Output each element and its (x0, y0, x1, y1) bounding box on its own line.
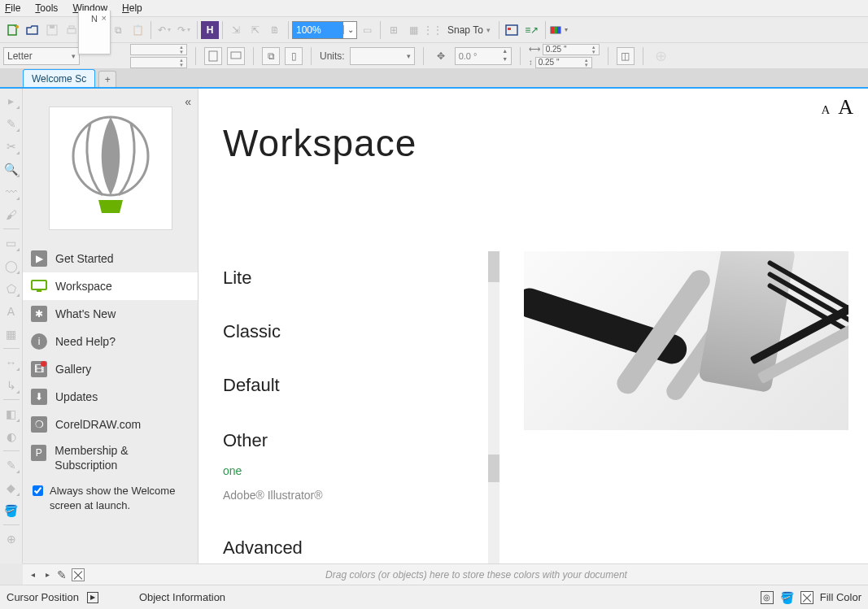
svg-rect-10 (554, 27, 557, 33)
smart-fill-tool[interactable]: 🪣 (2, 502, 20, 520)
svg-rect-5 (69, 26, 74, 28)
landscape-button[interactable] (227, 47, 245, 65)
redo-button[interactable]: ↷ (174, 20, 194, 40)
rectangle-tool[interactable]: ▭ (2, 234, 20, 252)
polygon-tool[interactable]: ⬠ (2, 280, 20, 298)
always-show-checkbox[interactable] (33, 485, 43, 496)
page-size-combo[interactable]: Letter ▾ (3, 47, 80, 65)
document-tab-bar: Welcome Sc + (0, 69, 868, 89)
nav-coreldraw-com[interactable]: ❍ CorelDRAW.com (23, 411, 198, 438)
show-guides-button[interactable]: ⋮⋮ (423, 20, 443, 40)
nudge-distance-field[interactable]: 0.0 °▲▼ (455, 47, 512, 65)
page-height-field[interactable]: ▲▼ (130, 57, 187, 68)
text-tool[interactable]: A (2, 302, 20, 320)
color-proof-button[interactable]: ◎ (761, 591, 774, 604)
fill-tool[interactable]: ◆ (2, 479, 20, 497)
units-combo[interactable]: ▾ (350, 47, 415, 65)
app-launcher-button[interactable]: ≡↗ (522, 20, 542, 40)
floating-docker-tab[interactable]: N × (78, 11, 111, 54)
page-width-field[interactable]: ▲▼ (130, 44, 187, 55)
quick-customize-plus[interactable]: ⊕ (652, 46, 671, 66)
nav-workspace[interactable]: Workspace (23, 272, 198, 300)
status-bar: Cursor Position ▶ Object Information ◎ 🪣… (0, 585, 868, 609)
color-theme-button[interactable] (549, 20, 569, 40)
no-color-swatch[interactable] (72, 568, 85, 581)
menu-tools[interactable]: Tools (35, 2, 58, 14)
paste-button[interactable]: 📋 (128, 20, 147, 40)
zoom-value[interactable]: 100% (293, 22, 343, 38)
svg-rect-9 (551, 27, 554, 33)
crop-tool[interactable]: ✂ (2, 137, 20, 155)
copy-button[interactable]: ⧉ (108, 20, 128, 40)
fill-color-label: Fill Color (820, 591, 861, 603)
dup-x-field[interactable]: 0.25 "▲▼ (543, 44, 600, 55)
open-button[interactable] (23, 20, 42, 40)
nav-label: What's New (55, 307, 116, 320)
zoom-level-combo[interactable]: 100% ⌄ (292, 21, 357, 39)
new-tab-button[interactable]: + (98, 71, 116, 87)
nav-membership[interactable]: P Membership & Subscription (23, 438, 198, 477)
font-small-button[interactable]: A (821, 103, 830, 117)
current-page-button[interactable]: ▯ (285, 47, 303, 65)
menu-file[interactable]: File (5, 2, 20, 14)
nav-whats-new[interactable]: ✱ What's New (23, 300, 198, 328)
font-large-button[interactable]: A (838, 95, 853, 120)
always-show-welcome-row: Always show the Welcome screen at launch… (23, 477, 198, 512)
eyedropper-icon[interactable]: ✎ (57, 568, 67, 581)
options-button[interactable] (503, 20, 522, 40)
publish-pdf-button[interactable]: 🗎 (265, 20, 285, 40)
menu-help[interactable]: Help (122, 2, 142, 14)
drop-shadow-tool[interactable]: ◧ (2, 405, 20, 423)
undo-button[interactable]: ↶ (155, 20, 174, 40)
workspace-option-classic[interactable]: Classic (223, 305, 495, 359)
pick-tool[interactable]: ▸ (2, 92, 20, 110)
portrait-button[interactable] (204, 47, 222, 65)
nav-need-help[interactable]: i Need Help? (23, 328, 198, 355)
dimension-tool[interactable]: ↔ (2, 354, 20, 372)
new-doc-button[interactable] (3, 20, 23, 40)
svg-rect-15 (32, 281, 46, 289)
ellipse-tool[interactable]: ◯ (2, 257, 20, 275)
app-logo (49, 107, 172, 230)
nav-gallery[interactable]: 🎞 Gallery (23, 355, 198, 383)
workspace-option-illustrator[interactable]: Adobe® Illustrator® (223, 481, 495, 505)
artistic-media-tool[interactable]: 🖌 (2, 206, 20, 224)
close-icon[interactable]: × (102, 13, 107, 23)
zoom-dropdown-arrow[interactable]: ⌄ (343, 25, 356, 34)
palette-scroll-left[interactable]: ◂ (28, 568, 37, 581)
table-tool[interactable]: ▦ (2, 325, 20, 343)
export-button[interactable]: ⇱ (246, 20, 265, 40)
notification-badge (41, 361, 46, 367)
workspace-list-scrollbar[interactable] (488, 251, 499, 563)
fill-color-swatch[interactable] (800, 591, 813, 604)
connector-tool[interactable]: ↳ (2, 376, 20, 394)
nav-updates[interactable]: ⬇ Updates (23, 383, 198, 411)
svg-rect-4 (68, 28, 76, 33)
workspace-option-one[interactable]: one (223, 456, 495, 481)
snap-to-dropdown[interactable]: Snap To▾ (443, 24, 495, 36)
import-button[interactable]: ⇲ (226, 20, 246, 40)
eyedropper-tool[interactable]: ✎ (2, 456, 20, 474)
bucket-icon[interactable]: 🪣 (780, 591, 794, 604)
workspace-option-lite[interactable]: Lite (223, 251, 495, 305)
nav-get-started[interactable]: ▶ Get Started (23, 245, 198, 272)
all-pages-button[interactable]: ⧉ (262, 47, 280, 65)
object-info-label: Object Information (139, 591, 225, 603)
save-button[interactable] (42, 20, 62, 40)
shape-tool[interactable]: ✎ (2, 115, 20, 133)
transparency-tool[interactable]: ◐ (2, 428, 20, 446)
show-grid-button[interactable]: ▦ (403, 20, 423, 40)
quick-customize-toolbox[interactable]: ⊕ (2, 530, 20, 548)
workspace-option-default[interactable]: Default (223, 359, 495, 412)
doc-tab-welcome[interactable]: Welcome Sc (23, 69, 95, 87)
treat-as-filled-button[interactable]: ◫ (617, 47, 635, 65)
collapse-sidebar-button[interactable]: « (185, 95, 191, 108)
show-rulers-button[interactable]: ⊞ (384, 20, 403, 40)
search-content-button[interactable]: H (201, 21, 219, 39)
dup-y-field[interactable]: 0.25 "▲▼ (535, 57, 592, 68)
freehand-tool[interactable]: 〰 (2, 183, 20, 201)
zoom-tool[interactable]: 🔍 (2, 160, 20, 178)
full-screen-button[interactable]: ▭ (357, 20, 377, 40)
cursor-position-toggle[interactable]: ▶ (87, 592, 98, 603)
palette-menu[interactable]: ▸ (42, 568, 52, 581)
